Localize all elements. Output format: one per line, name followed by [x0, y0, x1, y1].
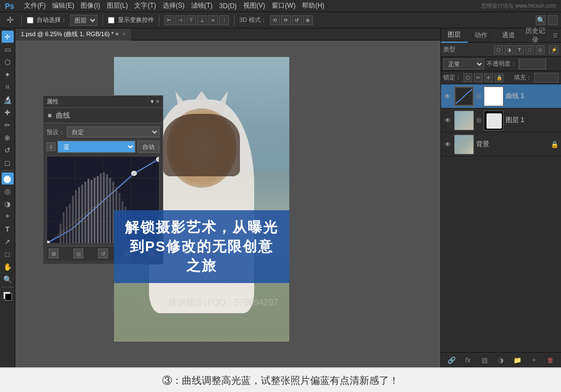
- main-layout: ✛ ▭ ⬡ ✦ ⌗ 🔬 ✚ ✏ ⊕ ↺ ◻ ⬤ ◎ ◑ ⌖ T ↗ □ ✋ 🔍 …: [0, 28, 561, 367]
- layers-delete-btn[interactable]: 🗑: [546, 355, 556, 365]
- tool-brush[interactable]: ✏: [2, 119, 14, 131]
- align-top-btn[interactable]: ⊥: [197, 15, 207, 25]
- layers-bottom: 🔗 fx ▨ ◑ 📁 + 🗑: [441, 352, 561, 367]
- filter-text-icon[interactable]: T: [515, 45, 524, 54]
- filter-shape-icon[interactable]: □: [525, 45, 534, 54]
- layers-group-btn[interactable]: 📁: [513, 355, 523, 365]
- tab-layers[interactable]: 图层: [441, 28, 468, 43]
- menu-view[interactable]: 视图(V): [241, 1, 268, 10]
- view-btn[interactable]: [548, 15, 558, 25]
- layer-eye-background[interactable]: 👁: [443, 140, 452, 149]
- menu-text[interactable]: 文字(T): [131, 1, 158, 10]
- curves-panel-header: 属性 ▾ ×: [43, 96, 163, 108]
- lock-all-icon[interactable]: 🔒: [495, 73, 503, 82]
- tool-eraser[interactable]: ◻: [2, 157, 14, 169]
- tab-actions[interactable]: 动作: [468, 28, 495, 42]
- tool-healing[interactable]: ✚: [2, 106, 14, 118]
- tool-path-select[interactable]: ↗: [2, 235, 14, 247]
- channel-icon[interactable]: ⟠: [47, 142, 55, 151]
- tool-select-rect[interactable]: ▭: [2, 43, 14, 55]
- move-tool-toolbar[interactable]: ✛: [3, 14, 16, 27]
- 3d-btn-2[interactable]: ⟳: [281, 15, 291, 25]
- distribute2-btn[interactable]: ⋮: [219, 15, 229, 25]
- tool-magic-wand[interactable]: ✦: [2, 68, 14, 80]
- menu-select[interactable]: 选择(S): [160, 1, 187, 10]
- layer-item-background[interactable]: 👁 背景 🔒: [441, 132, 561, 157]
- preset-row: 预设： 自定: [47, 126, 159, 137]
- layer-link-layer1[interactable]: ⛓: [476, 117, 482, 123]
- layer-link-curves[interactable]: ⛓: [476, 93, 482, 99]
- tool-blur[interactable]: ◎: [2, 185, 14, 197]
- menu-image[interactable]: 图像(I): [78, 1, 102, 10]
- tool-hand[interactable]: ✋: [2, 261, 14, 273]
- tool-text[interactable]: T: [2, 223, 14, 235]
- curves-panel-collapse[interactable]: ▾: [151, 98, 154, 105]
- curves-action-add[interactable]: ⊞: [49, 249, 59, 258]
- overlay-banner: 解锁摄影艺术，从曝光到PS修改的无限创意之旅: [114, 210, 289, 283]
- right-panels: 图层 动作 通道 历史记录 ☰ 类型 ⬡ ◑ T □ ◎ ⚡: [440, 28, 561, 367]
- preset-select[interactable]: 自定: [67, 126, 159, 137]
- tool-gradient[interactable]: ⬤: [2, 172, 14, 185]
- panel-menu-icon[interactable]: ☰: [551, 32, 559, 38]
- layer-eye-layer1[interactable]: 👁: [443, 116, 452, 125]
- 3d-btn-1[interactable]: ⟲: [270, 15, 280, 25]
- 3d-btn-4[interactable]: ⊕: [303, 15, 313, 25]
- tool-dodge[interactable]: ◑: [2, 198, 14, 210]
- color-swatches[interactable]: [2, 290, 14, 302]
- lock-brush-icon[interactable]: ✏: [474, 73, 483, 82]
- menu-file[interactable]: 文件(F): [21, 1, 48, 10]
- tool-zoom[interactable]: 🔍: [2, 273, 14, 285]
- document-tab[interactable]: 1.psd @ 6.25% (曲线 1, RGB/16) * × ×: [15, 28, 131, 41]
- tab-close[interactable]: ×: [122, 31, 125, 37]
- tool-pen[interactable]: ⌖: [2, 210, 14, 222]
- align-left-btn[interactable]: ⊢: [164, 15, 174, 25]
- filter-adj-icon[interactable]: ◑: [505, 45, 513, 54]
- auto-button[interactable]: 自动: [138, 141, 159, 153]
- filter-toggle[interactable]: ⚡: [549, 45, 559, 54]
- filter-smart-icon[interactable]: ◎: [536, 45, 545, 54]
- channel-select[interactable]: 蓝 RGB 红 绿: [58, 141, 135, 153]
- 3d-btn-3[interactable]: ↺: [292, 15, 302, 25]
- tab-channels[interactable]: 通道: [495, 28, 522, 42]
- layer-item-curves[interactable]: 👁 ⛓ 曲线 1: [441, 84, 561, 108]
- auto-select-dropdown[interactable]: 图层: [70, 15, 98, 26]
- tool-lasso[interactable]: ⬡: [2, 56, 14, 68]
- menu-3d[interactable]: 3D(D): [216, 2, 239, 10]
- tool-clone[interactable]: ⊕: [2, 131, 14, 143]
- tool-history-brush[interactable]: ↺: [2, 144, 14, 156]
- layers-link-btn[interactable]: 🔗: [446, 355, 456, 365]
- tool-crop[interactable]: ⌗: [2, 81, 14, 93]
- align-center-btn[interactable]: ⊣: [175, 15, 185, 25]
- right-tabs: 图层 动作 通道 历史记录 ☰: [441, 28, 561, 43]
- layers-adj-btn[interactable]: ◑: [496, 355, 506, 365]
- curves-action-visibility[interactable]: ◎: [73, 249, 83, 258]
- filter-pixel-icon[interactable]: ⬡: [494, 45, 503, 54]
- layers-mask-btn[interactable]: ▨: [479, 355, 489, 365]
- lock-move-icon[interactable]: ✛: [484, 73, 493, 82]
- layer-eye-curves[interactable]: 👁: [443, 92, 452, 101]
- tool-shape[interactable]: □: [2, 248, 14, 260]
- curves-action-reset[interactable]: ↺: [98, 249, 108, 258]
- blend-mode-select[interactable]: 正常 溶解 变暗 正片叠底: [443, 59, 484, 70]
- distribute-btn[interactable]: ≡: [208, 15, 218, 25]
- align-right-btn[interactable]: ⊤: [186, 15, 196, 25]
- layers-new-btn[interactable]: +: [529, 355, 539, 365]
- auto-select-checkbox[interactable]: [27, 17, 33, 24]
- menu-window[interactable]: 窗口(W): [269, 1, 298, 10]
- tool-eyedropper[interactable]: 🔬: [2, 94, 14, 106]
- canvas-content[interactable]: 解锁摄影艺术，从曝光到PS修改的无限创意之旅 接调修设计QQ：578094297…: [15, 41, 440, 367]
- tool-move[interactable]: ✛: [2, 31, 14, 43]
- layer-item-layer1[interactable]: 👁 ⛓ 图层 1: [441, 108, 561, 132]
- menu-filter[interactable]: 滤镜(T): [188, 1, 215, 10]
- menu-layer[interactable]: 图层(L): [104, 1, 131, 10]
- curves-panel-close[interactable]: ×: [156, 98, 159, 105]
- lock-pixel-icon[interactable]: ⬡: [463, 73, 472, 82]
- opacity-input[interactable]: 100%: [519, 59, 546, 70]
- fill-input[interactable]: 100%: [534, 73, 559, 83]
- align-buttons: ⊢ ⊣ ⊤ ⊥ ≡ ⋮: [164, 15, 229, 25]
- show-transform-checkbox[interactable]: [108, 17, 115, 24]
- tool-sep-1: [2, 170, 14, 171]
- menu-help[interactable]: 帮助(H): [299, 1, 327, 10]
- menu-edit[interactable]: 编辑(E): [49, 1, 77, 10]
- layers-fx-btn[interactable]: fx: [463, 355, 473, 365]
